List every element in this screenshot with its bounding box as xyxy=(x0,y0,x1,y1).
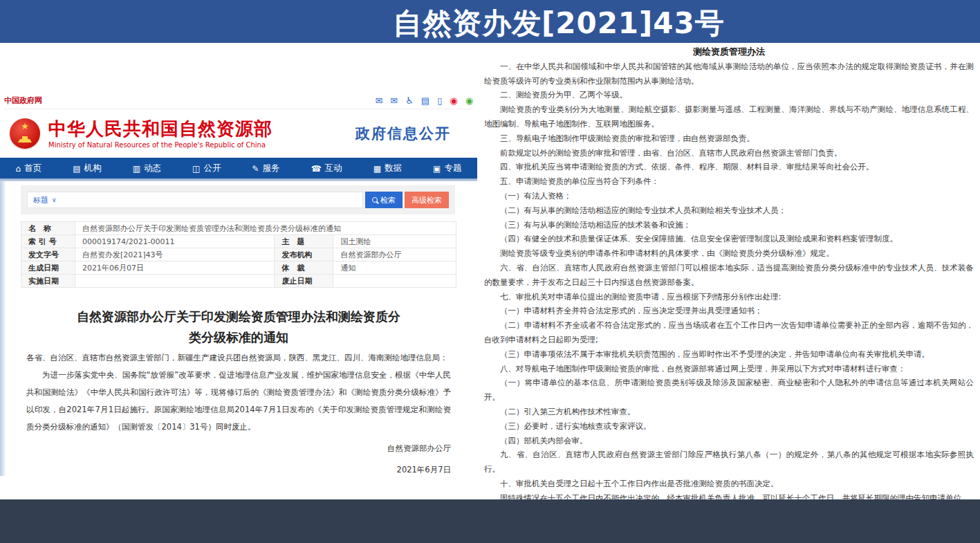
interact-icon xyxy=(311,163,322,174)
home-icon xyxy=(16,163,21,174)
regulation-paragraph: 五、申请测绘资质的单位应当符合下列条件： xyxy=(484,174,974,189)
regulation-paragraph: （四）有健全的技术和质量保证体系、安全保障措施、信息安全保密管理制度以及测绘成果… xyxy=(484,232,974,246)
regulation-paragraph: 十、审批机关自受理之日起十五个工作日内作出是否批准测绘资质的书面决定。 xyxy=(484,477,974,491)
regulation-paragraph: 因特殊情况在十五个工作日内不能作出决定的，经本审批机关负责人批准，可以延长十个工… xyxy=(484,491,974,500)
search-box: 标题 ∨ xyxy=(27,192,363,208)
regulation-paragraph: 四、审批机关应当将申请测绘资质的方式、依据、条件、程序、期限、材料目录、审批结果… xyxy=(484,160,974,174)
meta-value-subject: 国土测绘 xyxy=(333,235,456,248)
site-header: 中华人民共和国自然资源部 Ministry of Natural Resourc… xyxy=(10,112,468,155)
regulation-paragraph: 七、审批机关对申请单位提出的测绘资质申请，应当根据下列情形分别作出处理: xyxy=(484,290,974,304)
regulation-paragraph: （一）将申请单位的基本信息、所申请测绘资质类别等级及除涉及国家秘密、商业秘密和个… xyxy=(484,376,974,405)
regulation-panel: 测绘资质管理办法 一、在中华人民共和国领域和中华人民共和国管辖的其他海域从事测绘… xyxy=(477,43,980,500)
search-input[interactable] xyxy=(60,193,357,207)
mail-subscribe-icon[interactable]: ✉ xyxy=(390,95,398,106)
nav-item-topic[interactable]: 专题 xyxy=(433,163,461,174)
ministry-title-block: 中华人民共和国自然资源部 Ministry of Natural Resourc… xyxy=(48,118,272,149)
weibo-icon[interactable]: ◉ xyxy=(450,95,457,106)
nav-item-home[interactable]: 首页 xyxy=(16,163,42,174)
meta-label-effective: 实施日期 xyxy=(21,275,75,288)
meta-value-effective xyxy=(75,275,275,288)
regulation-paragraph: 一、在中华人民共和国领域和中华人民共和国管辖的其他海域从事测绘活动的单位，应当依… xyxy=(484,59,974,89)
news-icon xyxy=(133,163,140,174)
search-field-select[interactable]: 标题 xyxy=(33,195,48,205)
printer-icon[interactable]: ▤ xyxy=(421,95,429,106)
chevron-down-icon[interactable]: ∨ xyxy=(52,196,57,203)
disclosure-icon xyxy=(192,163,200,174)
regulation-paragraph: 八、对导航电子地图制作甲级测绘资质的审批，自然资源部将通过网上受理，并采用以下方… xyxy=(484,362,974,376)
meta-value-issuer: 自然资源部办公厅 xyxy=(333,248,456,261)
gov-portal-link[interactable]: 中国政府网 xyxy=(4,95,42,106)
regulation-paragraph: （一）有法人资格； xyxy=(484,189,974,203)
regulation-paragraph: 测绘资质的专业类别分为大地测量、测绘航空摄影、摄影测量与遥感、工程测量、海洋测绘… xyxy=(484,102,974,131)
nav-item-organization[interactable]: 机构 xyxy=(73,163,101,174)
document-number-title: 自然资办发[2021]43号 xyxy=(393,4,725,43)
notice-paragraph: 为进一步落实党中央、国务院“放管服”改革要求，促进地理信息产业发展，维护国家地理… xyxy=(26,367,451,436)
meta-value-genre: 通知 xyxy=(333,261,456,275)
advanced-search-button[interactable]: 高级检索 xyxy=(405,192,449,208)
notice-sign-date: 2021年6月7日 xyxy=(26,461,451,479)
ministry-name-cn: 中华人民共和国自然资源部 xyxy=(48,118,272,139)
wechat-icon[interactable]: ◉ xyxy=(465,95,473,106)
meta-value-docnumber: 自然资办发[2021]43号 xyxy=(75,248,275,261)
slide-banner: 自然资办发[2021]43号 xyxy=(0,0,980,43)
regulation-paragraph: 前款规定以外的测绘资质的审批和管理，由省、自治区、直辖市人民政府自然资源主管部门… xyxy=(484,146,974,160)
organization-icon xyxy=(73,163,80,174)
accessibility-icon[interactable]: ♿ xyxy=(405,95,414,106)
table-row: 名 称 自然资源部办公厅关于印发测绘资质管理办法和测绘资质分类分级标准的通知 xyxy=(21,222,456,235)
regulation-paragraph: （三）必要时，进行实地核查或专家评议。 xyxy=(484,419,974,434)
regulation-paragraph: （二）有与从事的测绘活动相适应的测绘专业技术人员和测绘相关专业技术人员； xyxy=(484,203,974,218)
regulation-paragraph: 三、导航电子地图制作甲级测绘资质的审批和管理，由自然资源部负责。 xyxy=(484,131,974,146)
regulation-paragraph: 二、测绘资质分为甲、乙两个等级。 xyxy=(484,88,974,102)
meta-label-subject: 主 题 xyxy=(275,235,333,248)
table-row: 索 引 号 000019174/2021-00011 主 题 国土测绘 xyxy=(21,235,456,248)
ministry-website-panel: 中国政府网 ✉ ✉ ♿ ▤ ▯ ◉ ◉ 中华人民共和国自然资源部 Ministr… xyxy=(0,43,477,499)
meta-label-index: 索 引 号 xyxy=(21,235,75,248)
regulation-title: 测绘资质管理办法 xyxy=(484,45,974,59)
nav-item-data[interactable]: 数据 xyxy=(373,163,402,174)
notice-title: 自然资源部办公厅关于印发测绘资质管理办法和测绘资质分类分级标准的通知 xyxy=(76,306,401,348)
notice-salutation: 各省、自治区、直辖市自然资源主管部门，新疆生产建设兵团自然资源局，陕西、黑龙江、… xyxy=(26,349,451,367)
data-icon xyxy=(373,163,381,174)
table-row: 生成日期 2021年06月07日 体 裁 通知 xyxy=(21,261,456,275)
regulation-paragraph: （一）申请材料齐全并符合法定形式的，应当决定受理并出具受理通知书； xyxy=(484,304,974,318)
meta-label-genre: 体 裁 xyxy=(275,261,333,275)
meta-label-created: 生成日期 xyxy=(21,261,75,275)
meta-label-issuer: 发布机构 xyxy=(275,248,333,261)
meta-label-name: 名 称 xyxy=(21,222,75,235)
search-button[interactable]: 检索 xyxy=(365,192,403,208)
meta-value-repeal xyxy=(333,275,456,288)
nav-item-interact[interactable]: 互动 xyxy=(311,163,342,174)
meta-value-index: 000019174/2021-00011 xyxy=(75,235,275,248)
regulation-paragraph: 六、省、自治区、直辖市人民政府自然资源主管部门可以根据本地实际，适当提高测绘资质… xyxy=(484,261,974,290)
meta-label-docnumber: 发文字号 xyxy=(21,248,75,261)
nav-item-disclosure[interactable]: 公开 xyxy=(192,163,221,174)
meta-value-name: 自然资源部办公厅关于印发测绘资质管理办法和测绘资质分类分级标准的通知 xyxy=(75,222,456,235)
mail-icon[interactable]: ✉ xyxy=(375,95,382,106)
search-icon xyxy=(372,197,378,203)
ministry-name-en: Ministry of Natural Resources of the Peo… xyxy=(48,141,272,149)
table-row: 发文字号 自然资办发[2021]43号 发布机构 自然资源部办公厅 xyxy=(21,248,456,261)
navbar-divider xyxy=(0,178,477,181)
meta-value-created: 2021年06月07日 xyxy=(75,261,275,275)
table-row: 实施日期 废止日期 xyxy=(21,275,456,288)
slide-footer-bar xyxy=(0,499,980,543)
site-navbar: 首页 机构 动态 公开 服务 互动 数据 专题 xyxy=(0,158,477,178)
regulation-paragraph: （二）引入第三方机构作技术性审查。 xyxy=(484,405,974,419)
notice-body: 各省、自治区、直辖市自然资源主管部门，新疆生产建设兵团自然资源局，陕西、黑龙江、… xyxy=(26,349,451,479)
topic-icon xyxy=(433,163,441,174)
document-meta-table: 名 称 自然资源部办公厅关于印发测绘资质管理办法和测绘资质分类分级标准的通知 索… xyxy=(21,221,456,288)
regulation-paragraph: （三）申请事项依法不属于本审批机关职责范围的，应当即时作出不予受理的决定，并告知… xyxy=(484,347,974,362)
notice-sign-org: 自然资源部办公厅 xyxy=(26,440,451,457)
regulation-paragraph: （二）申请材料不齐全或者不符合法定形式的，应当当场或者在五个工作日内一次告知申请… xyxy=(484,318,974,347)
nav-item-news[interactable]: 动态 xyxy=(133,163,161,174)
slide: 自然资办发[2021]43号 中国政府网 ✉ ✉ ♿ ▤ ▯ ◉ ◉ 中华人民共… xyxy=(0,0,980,543)
gov-info-disclosure-link[interactable]: 政府信息公开 xyxy=(355,124,451,143)
meta-label-repeal: 废止日期 xyxy=(275,275,333,288)
mobile-icon[interactable]: ▯ xyxy=(437,95,442,106)
nav-item-service[interactable]: 服务 xyxy=(252,163,280,174)
regulation-paragraph: （三）有与从事的测绘活动相适应的技术装备和设施； xyxy=(484,218,974,232)
utility-bar: 中国政府网 ✉ ✉ ♿ ▤ ▯ ◉ ◉ xyxy=(4,93,473,109)
service-icon xyxy=(252,163,259,174)
regulation-body: 一、在中华人民共和国领域和中华人民共和国管辖的其他海域从事测绘活动的单位，应当依… xyxy=(484,59,974,500)
national-emblem-logo xyxy=(10,118,40,149)
